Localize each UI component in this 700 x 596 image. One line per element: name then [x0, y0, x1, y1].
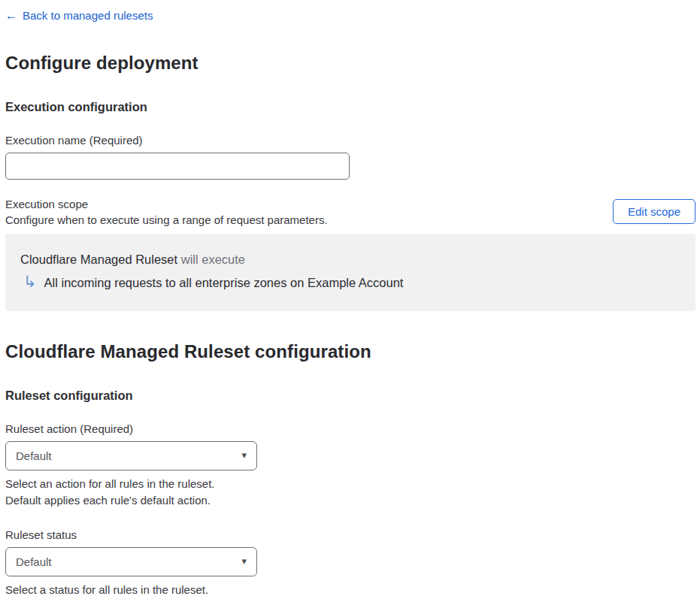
ruleset-action-label: Ruleset action (Required) — [5, 422, 695, 435]
configure-deployment-page: ← Back to managed rulesets Configure dep… — [0, 0, 700, 596]
page-title: Configure deployment — [5, 53, 695, 74]
summary-will-execute-text: will execute — [181, 253, 245, 266]
summary-ruleset-name: Cloudflare Managed Ruleset — [20, 253, 177, 266]
execution-scope-text: Execution scope Configure when to execut… — [5, 198, 328, 226]
execution-name-input[interactable] — [5, 153, 350, 180]
ruleset-configuration-subheading: Ruleset configuration — [5, 389, 695, 403]
ruleset-action-select[interactable]: Default ▾ — [5, 441, 257, 470]
ruleset-configuration-title: Cloudflare Managed Ruleset configuration — [5, 341, 695, 362]
execution-scope-description: Configure when to execute using a range … — [5, 213, 328, 226]
ruleset-status-help-1: Select a status for all rules in the rul… — [5, 582, 695, 596]
back-to-managed-rulesets-link[interactable]: ← Back to managed rulesets — [5, 9, 153, 22]
execution-name-label: Execution name (Required) — [5, 134, 695, 147]
edit-scope-button[interactable]: Edit scope — [613, 199, 695, 224]
ruleset-action-help-1: Select an action for all rules in the ru… — [5, 476, 695, 492]
ruleset-action-selected-value: Default — [6, 449, 52, 462]
ruleset-action-help-2: Default applies each rule's default acti… — [5, 492, 695, 509]
execution-scope-row: Execution scope Configure when to execut… — [5, 198, 695, 226]
summary-scope-text: All incoming requests to all enterprise … — [44, 276, 404, 290]
chevron-down-icon: ▾ — [241, 555, 247, 567]
summary-line-ruleset: Cloudflare Managed Ruleset will execute — [20, 253, 680, 267]
execution-configuration-heading: Execution configuration — [5, 100, 695, 114]
execution-summary-box: Cloudflare Managed Ruleset will execute … — [5, 234, 695, 311]
back-arrow-icon: ← — [5, 10, 17, 22]
ruleset-status-select[interactable]: Default ▾ — [5, 547, 257, 576]
chevron-down-icon: ▾ — [241, 449, 247, 461]
ruleset-status-selected-value: Default — [6, 555, 52, 568]
execution-scope-label: Execution scope — [5, 198, 328, 210]
summary-line-scope: ↳ All incoming requests to all enterpris… — [20, 275, 680, 291]
back-link-label: Back to managed rulesets — [23, 9, 153, 22]
breakout-arrow-icon: ↳ — [23, 274, 37, 289]
ruleset-status-label: Ruleset status — [5, 528, 695, 541]
